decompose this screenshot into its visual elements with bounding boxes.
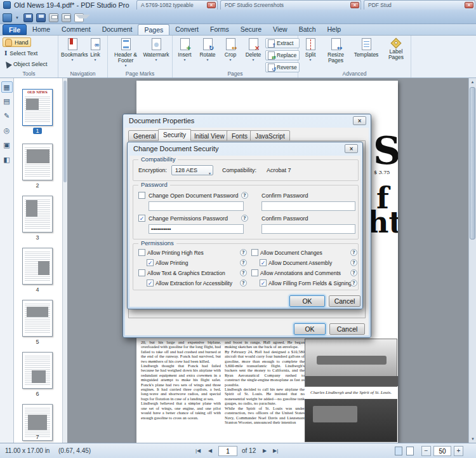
tab-initial-view[interactable]: Initial View — [189, 130, 230, 141]
thumbnails-panel-icon[interactable]: ▦ — [1, 81, 13, 93]
allow-filling-form-fields-checkbox[interactable]: ✓ — [260, 280, 267, 286]
help-icon[interactable]: ? — [350, 269, 357, 276]
bookmarks-panel-icon[interactable]: ▤ — [1, 96, 13, 107]
tab-forms[interactable]: Forms — [204, 24, 235, 35]
attachments-panel-icon[interactable]: ▣ — [1, 140, 13, 151]
chevron-down-icon[interactable]: ▼ — [15, 16, 20, 20]
next-page-button[interactable]: ▶ — [263, 446, 267, 456]
resize-pages-button[interactable]: ↔ Resize Pages — [322, 37, 349, 74]
first-page-button[interactable]: |◀ — [195, 446, 201, 456]
close-icon[interactable]: × — [465, 2, 473, 8]
allow-printing-checkbox[interactable]: ✓ — [147, 259, 154, 266]
page-number-input[interactable] — [218, 446, 237, 456]
allow-text-graphics-extraction-checkbox[interactable] — [138, 269, 145, 276]
encryption-select[interactable]: 128 AES ▼ — [171, 165, 213, 175]
permissions-password-field[interactable] — [149, 224, 244, 234]
zoom-level-input[interactable] — [433, 446, 451, 456]
page-number-6[interactable]: 6 — [14, 391, 61, 397]
help-icon[interactable]: ? — [350, 280, 357, 286]
print-icon[interactable] — [49, 13, 58, 22]
document-scrollbar[interactable]: ▲ ▼ — [468, 78, 476, 443]
cancel-button[interactable]: Cancel — [329, 295, 360, 307]
page-thumbnail-2[interactable] — [22, 144, 53, 180]
continuous-view-icon[interactable] — [406, 447, 414, 455]
page-thumbnail-1[interactable]: OLD NEWS — [22, 89, 53, 126]
crop-pages-button[interactable]: ↔ Crop ▼ — [220, 37, 241, 74]
link-button[interactable]: ∞ Link ▼ — [85, 37, 105, 74]
tab-file[interactable]: File — [3, 24, 27, 35]
scrollbar-thumb[interactable] — [470, 87, 475, 239]
previous-page-button[interactable]: ◀ — [208, 446, 212, 456]
page-number-7[interactable]: 7 — [14, 434, 61, 440]
background-window[interactable]: PDF Studio Screenshots × — [220, 0, 361, 10]
object-select-button[interactable]: Object Select — [3, 59, 50, 69]
background-window[interactable]: PDF Stud × — [364, 0, 475, 10]
tab-convert[interactable]: Convert — [169, 24, 204, 35]
tab-help[interactable]: Help — [322, 24, 347, 35]
open-password-checkbox[interactable] — [138, 192, 145, 199]
split-button[interactable]: Split ▼ — [301, 37, 320, 74]
tab-batch[interactable]: Batch — [293, 24, 322, 35]
delete-pages-button[interactable]: × Delete ▼ — [242, 37, 264, 74]
help-icon[interactable]: ? — [241, 192, 248, 199]
allow-extraction-accessibility-checkbox[interactable]: ✓ — [147, 280, 154, 286]
tab-fonts[interactable]: Fonts — [227, 130, 253, 141]
bookmarks-button[interactable]: Bookmarks ▼ — [61, 37, 84, 74]
email-icon[interactable] — [74, 13, 84, 22]
tab-pages[interactable]: Pages — [138, 24, 169, 35]
confirm-open-password-field[interactable] — [261, 201, 355, 211]
help-icon[interactable]: ? — [350, 249, 357, 256]
print-setup-icon[interactable] — [62, 13, 71, 22]
scroll-up-icon[interactable]: ▲ — [469, 78, 476, 86]
allow-document-assembly-checkbox[interactable]: ✓ — [260, 259, 267, 266]
close-icon[interactable]: × — [207, 2, 216, 8]
insert-pages-button[interactable]: + Insert ▼ — [174, 37, 195, 74]
tab-view[interactable]: View — [267, 24, 293, 35]
ok-button[interactable]: OK — [289, 295, 325, 307]
replace-pages-button[interactable]: ⇄ Replace — [265, 50, 300, 60]
single-page-view-icon[interactable] — [395, 447, 402, 455]
signatures-panel-icon[interactable]: ✎ — [1, 111, 13, 122]
tab-secure[interactable]: Secure — [235, 24, 267, 35]
close-button[interactable]: × — [353, 116, 366, 125]
page-number-4[interactable]: 4 — [14, 286, 61, 293]
help-icon[interactable]: ? — [241, 215, 248, 222]
confirm-permissions-password-field[interactable] — [261, 224, 355, 234]
page-number-2[interactable]: 2 — [14, 182, 61, 189]
help-icon[interactable]: ? — [350, 259, 357, 266]
allow-printing-high-res-checkbox[interactable] — [138, 249, 145, 256]
extract-pages-button[interactable]: ↑ Extract — [265, 38, 300, 48]
permissions-password-checkbox[interactable]: ✓ — [138, 215, 145, 222]
tab-home[interactable]: Home — [27, 24, 56, 35]
tab-general[interactable]: General — [128, 130, 161, 141]
scroll-down-icon[interactable]: ▼ — [469, 435, 476, 443]
page-thumbnail-3[interactable] — [22, 196, 53, 232]
label-pages-button[interactable]: Label Pages — [383, 37, 409, 74]
save-icon[interactable] — [23, 13, 33, 22]
titlebar[interactable]: Old News 19-4.pdf* - PDF Studio Pro A 57… — [0, 0, 476, 24]
allow-annotations-comments-checkbox[interactable] — [251, 269, 258, 276]
page-thumbnail-6[interactable] — [22, 352, 53, 389]
help-icon[interactable]: ? — [240, 249, 247, 256]
header-footer-button[interactable]: Header & Footer ▼ — [110, 37, 141, 74]
tab-comment[interactable]: Comment — [56, 24, 96, 35]
last-page-button[interactable]: ▶| — [273, 446, 278, 456]
help-icon[interactable]: ? — [240, 259, 247, 266]
zoom-out-button[interactable]: − — [421, 446, 431, 456]
templates-button[interactable]: Templates — [352, 37, 381, 74]
tab-document[interactable]: Document — [96, 24, 138, 35]
page-number-5[interactable]: 5 — [14, 339, 61, 345]
ok-button[interactable]: OK — [294, 323, 326, 335]
allow-document-changes-checkbox[interactable] — [251, 249, 258, 256]
help-icon[interactable]: ? — [240, 269, 247, 276]
tab-javascript[interactable]: JavaScript — [250, 130, 290, 141]
close-button[interactable]: × — [345, 144, 358, 153]
hand-tool-button[interactable]: Hand — [3, 37, 31, 47]
app-menu-icon[interactable] — [3, 13, 12, 22]
save-as-icon[interactable] — [36, 13, 46, 22]
cancel-button[interactable]: Cancel — [329, 323, 365, 335]
page-thumbnail-5[interactable] — [22, 300, 53, 337]
page-thumbnail-4[interactable] — [22, 248, 53, 285]
comments-panel-icon[interactable]: ◎ — [1, 125, 13, 137]
page-number-3[interactable]: 3 — [14, 234, 61, 241]
